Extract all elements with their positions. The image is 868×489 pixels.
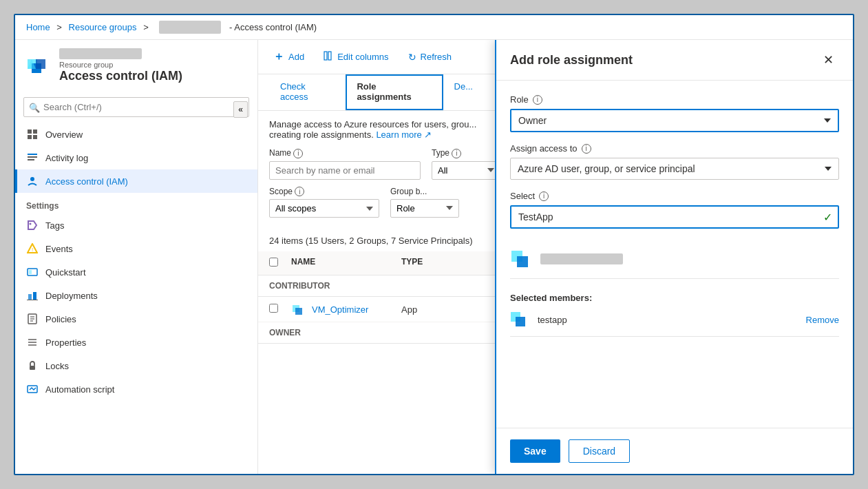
svg-rect-20 [27,300,38,300]
tab-deny[interactable]: De... [443,74,484,110]
select-search-input[interactable] [510,205,839,229]
sidebar-item-overview-label: Overview [45,129,83,140]
sidebar-item-events-label: Events [45,244,73,254]
tab-check-access[interactable]: Check access [269,74,346,110]
svg-point-13 [30,223,32,225]
toolbar: ＋ Add Edit columns ↻ Refresh [258,40,495,74]
row-checkbox[interactable] [269,304,278,313]
role-info-icon[interactable]: i [533,95,542,105]
type-filter-select[interactable]: All [432,161,495,180]
panel-close-button[interactable]: ✕ [818,50,839,70]
main-content: ＋ Add Edit columns ↻ Refresh Check acce [258,40,495,474]
collapse-sidebar-button[interactable]: « [233,101,248,118]
resource-type-label: Resource group [59,61,182,69]
svg-marker-12 [28,221,36,229]
breadcrumb-current: - Access control (IAM) [229,22,317,32]
name-filter-input[interactable] [269,161,421,180]
svg-rect-35 [517,256,528,267]
sidebar-item-activity-log[interactable]: Activity log [15,146,257,169]
sidebar: Resource group Access control (IAM) 🔍 « … [15,40,258,474]
edit-columns-button[interactable]: Edit columns [319,48,392,65]
discard-button[interactable]: Discard [569,439,630,463]
selected-members-label: Selected members: [510,293,839,303]
sidebar-item-automation[interactable]: Automation script [15,377,257,401]
row-name-cell[interactable]: VM_Optimizer [291,302,401,316]
role-select[interactable]: Owner [510,109,839,132]
policies-icon [26,313,39,325]
add-button[interactable]: ＋ Add [269,47,308,67]
sidebar-item-policies[interactable]: Policies [15,307,257,331]
scope-filter-field: Scope i All scopes [269,187,379,218]
assign-access-select[interactable]: Azure AD user, group, or service princip… [510,158,839,180]
search-result-name-blurred [540,253,623,264]
sidebar-item-locks[interactable]: Locks [15,354,257,377]
iam-icon [26,175,39,187]
breadcrumb: Home > Resource groups > ████████ - Acce… [15,15,853,40]
selected-members-section: Selected members: testapp Remove [510,290,839,337]
overview-icon [26,128,39,141]
svg-rect-6 [28,135,32,139]
svg-point-11 [30,177,34,181]
select-input-wrapper: ✓ [510,205,839,229]
assign-access-info-icon[interactable]: i [582,144,591,154]
sidebar-item-quickstart[interactable]: Quickstart [15,260,257,284]
sidebar-nav: Overview Activity log Access control (IA… [15,123,257,474]
sidebar-item-properties[interactable]: Properties [15,331,257,354]
breadcrumb-home[interactable]: Home [26,22,50,32]
table-type-header: TYPE [401,257,484,269]
remove-member-link[interactable]: Remove [806,315,839,325]
azure-icon [26,54,51,79]
svg-rect-31 [328,52,331,60]
sidebar-item-tags[interactable]: Tags [15,214,257,237]
name-filter-label: Name i [269,148,421,158]
learn-more-link[interactable]: Learn more ↗ [376,129,432,140]
breadcrumb-blurred: ████████ [159,21,221,34]
app-icon [291,302,305,316]
svg-text:!: ! [32,247,33,253]
search-result[interactable] [510,240,839,279]
tab-role-assignments[interactable]: Role assignments [346,74,443,110]
svg-rect-7 [33,135,37,139]
scope-info-icon[interactable]: i [295,187,304,196]
breadcrumb-sep1: > [54,22,65,32]
select-info-icon[interactable]: i [539,191,549,201]
type-info-icon[interactable]: i [452,149,461,158]
refresh-icon: ↻ [408,52,416,63]
sidebar-item-overview[interactable]: Overview [15,123,257,146]
save-button[interactable]: Save [510,439,560,463]
group-filter-select[interactable]: Role [390,199,459,218]
role-label: Role i [510,94,839,105]
breadcrumb-resource-groups[interactable]: Resource groups [69,22,137,32]
filter-row-1: Name i Type i All [269,148,484,180]
sidebar-item-properties-label: Properties [45,337,86,348]
sidebar-item-quickstart-label: Quickstart [45,267,86,278]
sidebar-item-automation-label: Automation script [45,384,114,395]
group-filter-label: Group b... [390,187,459,196]
sidebar-item-events[interactable]: ! Events [15,237,257,260]
locks-icon [26,360,39,372]
quickstart-icon [26,266,39,278]
svg-rect-30 [324,52,327,60]
refresh-button[interactable]: ↻ Refresh [404,49,456,65]
sidebar-item-iam[interactable]: Access control (IAM) [15,169,257,193]
breadcrumb-sep2: > [141,22,151,32]
panel-header: Add role assignment ✕ [496,40,853,81]
owner-section-label: OWNER [258,322,495,344]
sidebar-item-deployments[interactable]: Deployments [15,284,257,307]
scope-filter-select[interactable]: All scopes [269,199,379,218]
svg-rect-8 [28,154,37,155]
name-info-icon[interactable]: i [293,149,303,158]
svg-rect-19 [33,292,36,300]
sidebar-title-area: Resource group Access control (IAM) [59,48,182,83]
sidebar-search-icon: 🔍 [29,102,40,112]
table-row[interactable]: VM_Optimizer App [258,297,495,322]
settings-section-label: Settings [15,193,257,214]
select-all-checkbox[interactable] [269,258,278,267]
sidebar-main-title: Access control (IAM) [59,69,182,83]
add-icon: ＋ [273,50,284,64]
sidebar-item-policies-label: Policies [45,314,76,324]
svg-rect-18 [28,294,32,300]
svg-rect-28 [30,366,35,370]
sidebar-search-input[interactable] [23,97,249,117]
table-body: CONTRIBUTOR VM_Optimizer App OWNER [258,275,495,344]
